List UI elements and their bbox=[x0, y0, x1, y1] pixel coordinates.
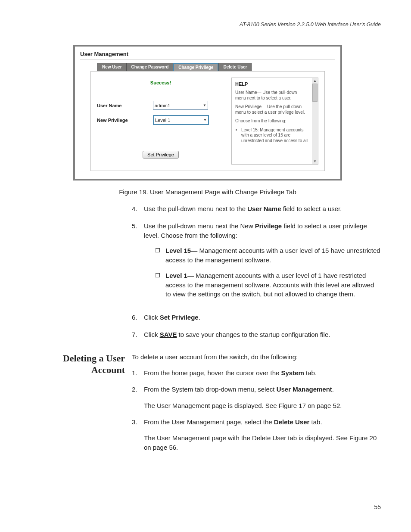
select-new-privilege[interactable]: Level 1 ▼ bbox=[153, 115, 209, 125]
scroll-down-icon[interactable]: ▼ bbox=[313, 159, 317, 163]
step-text: Level 15— Management accounts with a use… bbox=[165, 246, 381, 265]
step-text: From the System tab drop-down menu, sele… bbox=[144, 385, 334, 394]
step-text: Use the pull-down menu next to the User … bbox=[144, 204, 381, 214]
tab-change-password[interactable]: Change Password bbox=[127, 63, 174, 71]
step-number: 7. bbox=[132, 330, 144, 339]
page-number: 55 bbox=[374, 504, 381, 510]
select-user-name[interactable]: admin1 ▼ bbox=[153, 101, 208, 110]
label-new-privilege: New Privilege bbox=[97, 118, 153, 123]
scroll-up-icon[interactable]: ▲ bbox=[313, 79, 317, 83]
step-text: Click Set Privilege. bbox=[144, 313, 381, 322]
tab-new-user[interactable]: New User bbox=[97, 63, 127, 71]
procedure-steps: 3. From the User Management page, select… bbox=[132, 417, 381, 427]
procedure-steps: 4. Use the pull-down menu next to the Us… bbox=[132, 204, 381, 339]
step-number: 3. bbox=[132, 417, 144, 427]
paragraph: The User Management page with the Delete… bbox=[144, 433, 381, 452]
success-message: Success! bbox=[97, 80, 224, 85]
help-text: Choose from the following: bbox=[235, 118, 308, 124]
step-number: 2. bbox=[132, 385, 144, 394]
help-heading: HELP bbox=[235, 81, 308, 87]
step-number: 4. bbox=[132, 204, 144, 214]
help-text: Level 15: Management accounts with a use… bbox=[241, 128, 308, 144]
tab-delete-user[interactable]: Delete User bbox=[218, 63, 252, 71]
help-text: New Privilege— Use the pull-down menu to… bbox=[235, 104, 308, 115]
step-number: 5. bbox=[132, 221, 144, 305]
step-number: 6. bbox=[132, 313, 144, 322]
step-text: Use the pull-down menu next the New Priv… bbox=[144, 221, 381, 305]
help-panel: HELP User Name— Use the pull-down menu n… bbox=[231, 78, 318, 165]
chevron-down-icon: ▼ bbox=[203, 103, 206, 107]
select-new-privilege-value: Level 1 bbox=[155, 118, 170, 123]
scroll-thumb[interactable] bbox=[312, 84, 318, 102]
section-heading: Deleting a UserAccount bbox=[30, 352, 132, 459]
step-text: Click SAVE to save your changes to the s… bbox=[144, 330, 381, 339]
help-text: User Name— Use the pull-down menu next t… bbox=[235, 90, 308, 101]
running-header: AT-8100 Series Version 2.2.5.0 Web Inter… bbox=[30, 22, 381, 28]
select-user-name-value: admin1 bbox=[155, 103, 170, 108]
procedure-steps: 1. From the home page, hover the cursor … bbox=[132, 368, 381, 394]
chevron-down-icon: ▼ bbox=[203, 118, 207, 122]
set-privilege-button[interactable]: Set Privilege bbox=[143, 151, 179, 159]
user-management-screenshot: User Management New User Change Password… bbox=[73, 45, 342, 180]
label-user-name: User Name bbox=[97, 103, 153, 108]
paragraph: To delete a user account from the switch… bbox=[132, 352, 381, 362]
step-text: Level 1— Management accounts with a user… bbox=[165, 271, 381, 299]
tab-change-privilege[interactable]: Change Privilege bbox=[173, 63, 218, 71]
step-text: From the User Management page, select th… bbox=[144, 417, 322, 427]
tab-bar: New User Change Password Change Privileg… bbox=[97, 63, 335, 71]
scrollbar[interactable]: ▲ ▼ bbox=[312, 78, 318, 164]
panel-title: User Management bbox=[80, 51, 335, 57]
divider bbox=[80, 59, 335, 59]
step-text: From the home page, hover the cursor ove… bbox=[144, 368, 317, 378]
figure-19: User Management New User Change Password… bbox=[73, 45, 342, 196]
tab-panel: Success! User Name admin1 ▼ New Privileg… bbox=[90, 71, 325, 171]
paragraph: The User Management page is displayed. S… bbox=[144, 401, 381, 411]
bullet-icon: ❐ bbox=[155, 271, 165, 299]
figure-caption: Figure 19. User Management Page with Cha… bbox=[73, 188, 342, 196]
step-number: 1. bbox=[132, 368, 144, 378]
bullet-icon: ❐ bbox=[155, 246, 165, 265]
